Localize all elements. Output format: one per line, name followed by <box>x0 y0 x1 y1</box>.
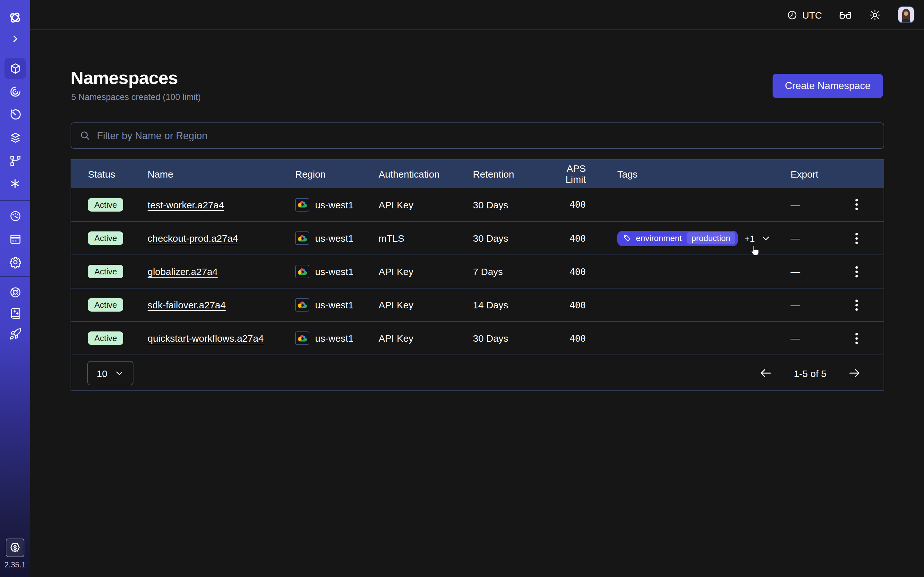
tag-chip[interactable]: environment production <box>617 230 738 246</box>
status-badge: Active <box>88 332 124 345</box>
export-status: — <box>790 300 829 310</box>
export-status: — <box>790 199 829 210</box>
status-badge: Active <box>88 298 124 311</box>
schedules-clock-icon <box>9 108 21 121</box>
namespace-link[interactable]: checkout-prod.a27a4 <box>148 233 238 243</box>
asterisk-icon <box>9 177 21 190</box>
namespaces-cube-icon <box>9 62 21 75</box>
kebab-menu-icon <box>855 199 858 210</box>
sidebar-item-schedules[interactable] <box>5 104 26 125</box>
filter-input[interactable] <box>97 130 875 141</box>
retention-period: 30 Days <box>473 233 545 243</box>
timezone-selector[interactable]: UTC <box>787 9 822 20</box>
page-subtitle: 5 Namespaces created (100 limit) <box>71 92 201 102</box>
gcp-region-icon <box>295 198 309 211</box>
sidebar-item-billing[interactable] <box>5 228 26 250</box>
labs-toggle-button[interactable] <box>838 10 852 20</box>
pricing-badge-button[interactable] <box>6 538 24 557</box>
col-header-retention: Retention <box>473 168 545 179</box>
page-size-value: 10 <box>97 367 107 379</box>
sidebar-item-asterisk[interactable] <box>5 173 26 194</box>
avatar-image <box>898 7 914 23</box>
filter-box <box>71 122 884 149</box>
col-header-name: Name <box>148 168 295 179</box>
aps-limit: 400 <box>545 199 617 210</box>
kebab-menu-icon <box>855 299 858 311</box>
region-label: us-west1 <box>315 333 354 343</box>
chevron-down-icon <box>115 369 124 378</box>
status-badge: Active <box>88 231 124 245</box>
table-row: Active quickstart-workflows.a27a4 <box>71 321 884 355</box>
auth-method: API Key <box>379 266 473 277</box>
arrow-right-icon <box>848 368 861 378</box>
sidebar-item-getting-started[interactable] <box>5 323 26 344</box>
col-header-tags: Tags <box>617 168 790 179</box>
next-page-button[interactable] <box>848 368 861 378</box>
auth-method: API Key <box>379 300 473 310</box>
retention-period: 30 Days <box>473 199 545 210</box>
row-actions-menu-button[interactable] <box>829 232 884 244</box>
page-size-select[interactable]: 10 <box>87 361 134 385</box>
theme-toggle-button[interactable] <box>869 9 881 21</box>
kebab-menu-icon <box>855 232 858 244</box>
billing-card-icon <box>9 232 21 245</box>
sidebar-item-namespaces[interactable] <box>5 58 26 79</box>
table-body: Active test-worker.a27a4 us-w <box>71 188 884 355</box>
sidebar-expand-chevron-icon[interactable] <box>5 28 26 49</box>
col-header-authentication: Authentication <box>379 168 473 179</box>
kebab-menu-icon <box>855 266 858 277</box>
namespace-link[interactable]: quickstart-workflows.a27a4 <box>148 333 264 343</box>
table-footer: 10 1-5 of 5 <box>71 355 884 390</box>
auth-method: API Key <box>379 333 473 343</box>
user-avatar[interactable] <box>898 6 914 23</box>
row-actions-menu-button[interactable] <box>829 332 884 344</box>
usage-gauge-icon <box>9 210 21 222</box>
namespaces-table: Status Name Region Authentication Retent… <box>71 159 884 391</box>
export-status: — <box>790 266 829 277</box>
tag-icon <box>623 234 632 242</box>
previous-page-button[interactable] <box>760 368 772 378</box>
sidebar-item-usage[interactable] <box>5 205 26 226</box>
row-actions-menu-button[interactable] <box>829 266 884 277</box>
auth-method: mTLS <box>379 233 473 243</box>
pagination-range: 1-5 of 5 <box>794 367 827 379</box>
clock-icon <box>787 9 798 20</box>
sidebar-item-docs[interactable] <box>5 303 26 324</box>
sidebar-item-settings[interactable] <box>5 251 26 272</box>
export-status: — <box>790 333 829 343</box>
aps-limit: 400 <box>545 266 617 277</box>
region-label: us-west1 <box>315 233 354 243</box>
row-actions-menu-button[interactable] <box>829 299 884 311</box>
app-version: 2.35.1 <box>0 560 30 569</box>
tags-cell: environment production +1 <box>617 230 790 246</box>
sidebar-item-deployments[interactable] <box>5 127 26 148</box>
aps-limit: 400 <box>545 300 617 310</box>
pagination: 1-5 of 5 <box>760 355 861 391</box>
page-title: Namespaces <box>71 68 178 89</box>
col-header-aps-limit: APS Limit <box>545 163 617 185</box>
table-row: Active globalizer.a27a4 us-we <box>71 255 884 288</box>
col-header-status: Status <box>88 168 148 179</box>
retention-period: 14 Days <box>473 300 545 310</box>
sidebar-divider <box>0 200 30 201</box>
table-row: Active sdk-failover.a27a4 us- <box>71 288 884 321</box>
namespace-link[interactable]: globalizer.a27a4 <box>148 266 218 277</box>
create-namespace-button[interactable]: Create Namespace <box>772 74 883 98</box>
sidebar-item-nexus[interactable] <box>5 150 26 171</box>
glasses-icon <box>838 10 852 20</box>
deployments-layers-icon <box>9 131 21 144</box>
temporal-logo-icon[interactable] <box>5 7 26 28</box>
namespace-link[interactable]: sdk-failover.a27a4 <box>148 300 226 310</box>
sidebar-item-support[interactable] <box>5 282 26 303</box>
getting-started-rocket-icon <box>9 327 21 340</box>
gcp-region-icon <box>295 298 309 311</box>
status-badge: Active <box>88 198 124 211</box>
row-actions-menu-button[interactable] <box>829 199 884 210</box>
settings-gear-icon <box>9 255 21 268</box>
kebab-menu-icon <box>855 332 858 344</box>
namespace-link[interactable]: test-worker.a27a4 <box>148 199 224 210</box>
tags-expand-chevron-icon[interactable] <box>761 234 771 243</box>
app: 2.35.1 UTC <box>0 0 924 577</box>
sidebar-item-workflows[interactable] <box>5 81 26 102</box>
table-row: Active checkout-prod.a27a4 us <box>71 221 884 255</box>
